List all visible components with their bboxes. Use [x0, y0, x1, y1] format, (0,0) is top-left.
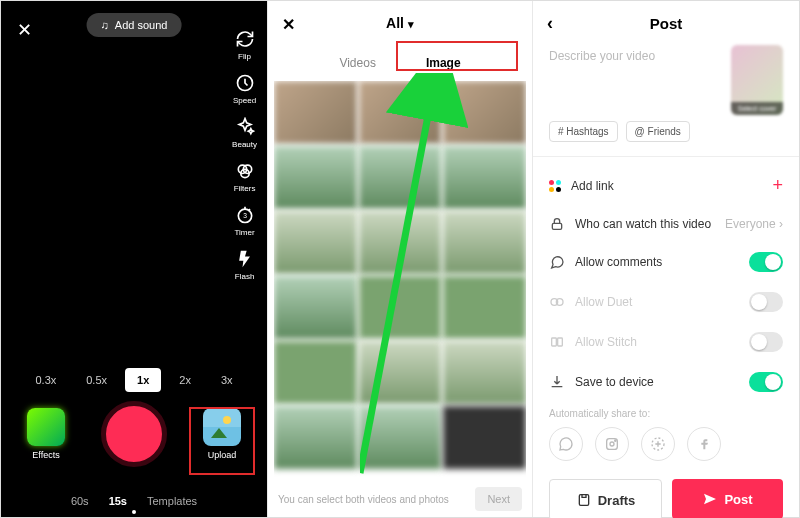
add-sound-button[interactable]: ♫ Add sound	[87, 13, 182, 37]
speed-3x[interactable]: 3x	[209, 368, 245, 392]
timer-label: Timer	[234, 228, 254, 237]
plus-icon: +	[772, 175, 783, 196]
mode-templates[interactable]: Templates	[147, 495, 197, 507]
svg-point-13	[610, 442, 614, 446]
stitch-toggle	[749, 332, 783, 352]
media-thumbnail[interactable]	[359, 146, 442, 209]
drafts-label: Drafts	[598, 493, 636, 508]
drafts-button[interactable]: Drafts	[549, 479, 662, 518]
media-thumbnail[interactable]	[443, 406, 526, 469]
speed-tool[interactable]: Speed	[233, 73, 256, 105]
comments-option[interactable]: Allow comments	[533, 242, 799, 282]
gallery-tabs: Videos Image	[268, 45, 532, 81]
post-title: Post	[650, 15, 683, 32]
friends-chip[interactable]: @ Friends	[626, 121, 690, 142]
tab-videos[interactable]: Videos	[339, 56, 375, 70]
close-icon[interactable]: ✕	[282, 15, 295, 34]
post-button[interactable]: Post	[672, 479, 783, 518]
speed-label: Speed	[233, 96, 256, 105]
save-option[interactable]: Save to device	[533, 362, 799, 402]
duet-toggle	[749, 292, 783, 312]
share-instagram-icon[interactable]	[595, 427, 629, 461]
media-thumbnail[interactable]	[359, 81, 442, 144]
flip-tool[interactable]: Flip	[235, 29, 255, 61]
filters-label: Filters	[234, 184, 256, 193]
upload-button[interactable]: Upload	[203, 408, 241, 460]
save-toggle[interactable]	[749, 372, 783, 392]
privacy-value: Everyone ›	[725, 217, 783, 231]
stitch-option: Allow Stitch	[533, 322, 799, 362]
mode-15s[interactable]: 15s	[109, 495, 127, 507]
next-button[interactable]: Next	[475, 487, 522, 511]
add-link-option[interactable]: Add link +	[533, 165, 799, 206]
svg-text:3: 3	[243, 212, 247, 219]
beauty-label: Beauty	[232, 140, 257, 149]
record-button[interactable]	[101, 401, 167, 467]
hashtags-chip[interactable]: # Hashtags	[549, 121, 618, 142]
speed-0-5x[interactable]: 0.5x	[74, 368, 119, 392]
gallery-header: ✕ All▾	[268, 1, 532, 45]
camera-screen: ✕ ♫ Add sound Flip Speed Beauty Filters …	[1, 1, 267, 517]
media-thumbnail[interactable]	[443, 341, 526, 404]
media-thumbnail[interactable]	[443, 146, 526, 209]
share-whatsapp-icon[interactable]	[549, 427, 583, 461]
media-thumbnail[interactable]	[274, 211, 357, 274]
drafts-icon	[576, 492, 592, 508]
select-cover-label: Select cover	[731, 102, 783, 115]
filters-tool[interactable]: Filters	[234, 161, 256, 193]
download-icon	[549, 374, 565, 390]
media-thumbnail[interactable]	[443, 81, 526, 144]
media-thumbnail[interactable]	[359, 211, 442, 274]
media-thumbnail[interactable]	[274, 146, 357, 209]
media-thumbnail[interactable]	[274, 276, 357, 339]
effects-button[interactable]: Effects	[27, 408, 65, 460]
media-thumbnail[interactable]	[274, 341, 357, 404]
privacy-option[interactable]: Who can watch this video Everyone ›	[533, 206, 799, 242]
flash-tool[interactable]: Flash	[235, 249, 255, 281]
mode-selector: 60s 15s Templates	[1, 495, 267, 507]
back-icon[interactable]: ‹	[547, 13, 553, 34]
post-header: ‹ Post	[533, 1, 799, 45]
comment-icon	[549, 254, 565, 270]
timer-tool[interactable]: 3Timer	[234, 205, 254, 237]
select-cover-button[interactable]: Select cover	[731, 45, 783, 115]
speed-icon	[235, 73, 255, 93]
lock-icon	[549, 216, 565, 232]
media-thumbnail[interactable]	[443, 276, 526, 339]
description-input[interactable]: Describe your video	[549, 45, 721, 63]
add-link-icon	[549, 180, 561, 192]
media-thumbnail[interactable]	[274, 406, 357, 469]
media-thumbnail[interactable]	[274, 81, 357, 144]
svg-rect-16	[579, 495, 588, 506]
comments-toggle[interactable]	[749, 252, 783, 272]
svg-rect-7	[552, 223, 561, 229]
filters-icon	[235, 161, 255, 181]
svg-rect-10	[552, 338, 557, 346]
album-title: All	[386, 15, 404, 31]
media-thumbnail[interactable]	[443, 211, 526, 274]
stitch-label: Allow Stitch	[575, 335, 637, 349]
music-note-icon: ♫	[101, 19, 109, 31]
media-thumbnail[interactable]	[359, 341, 442, 404]
media-thumbnail[interactable]	[359, 276, 442, 339]
flip-icon	[235, 29, 255, 49]
beauty-tool[interactable]: Beauty	[232, 117, 257, 149]
effects-label: Effects	[32, 450, 59, 460]
speed-0-3x[interactable]: 0.3x	[23, 368, 68, 392]
duet-option: Allow Duet	[533, 282, 799, 322]
comments-label: Allow comments	[575, 255, 662, 269]
tab-image[interactable]: Image	[426, 56, 461, 70]
post-label: Post	[724, 492, 752, 507]
album-selector[interactable]: All▾	[386, 15, 414, 31]
flash-icon	[235, 249, 255, 269]
share-more-icon[interactable]	[641, 427, 675, 461]
duet-icon	[549, 294, 565, 310]
share-row: Automatically share to:	[533, 402, 799, 467]
mode-60s[interactable]: 60s	[71, 495, 89, 507]
media-thumbnail[interactable]	[359, 406, 442, 469]
close-icon[interactable]: ✕	[17, 19, 32, 41]
speed-2x[interactable]: 2x	[167, 368, 203, 392]
share-facebook-icon[interactable]	[687, 427, 721, 461]
speed-1x[interactable]: 1x	[125, 368, 161, 392]
gallery-footer: You can select both videos and photos Ne…	[268, 481, 532, 517]
